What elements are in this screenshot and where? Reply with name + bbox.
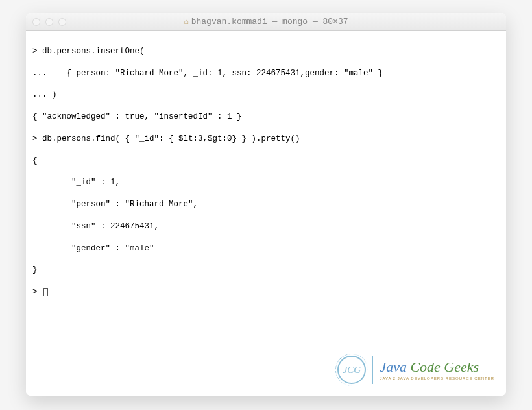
terminal-line: > db.persons.insertOne( — [32, 46, 500, 57]
watermark-logo: JCG Java Code Geeks JAVA 2 JAVA DEVELOPE… — [337, 356, 494, 384]
window-titlebar[interactable]: ⌂ bhagvan.kommadi — mongo — 80×37 — [26, 13, 506, 31]
terminal-line: "_id" : 1, — [32, 177, 500, 188]
terminal-prompt: > — [32, 287, 42, 296]
zoom-icon[interactable] — [58, 18, 66, 26]
jcg-badge-icon: JCG — [337, 356, 366, 384]
terminal-line: "gender" : "male" — [32, 243, 500, 254]
terminal-window: ⌂ bhagvan.kommadi — mongo — 80×37 > db.p… — [26, 13, 506, 396]
watermark-tagline: JAVA 2 JAVA DEVELOPERS RESOURCE CENTER — [380, 376, 494, 380]
terminal-line: ... ) — [32, 90, 500, 101]
terminal-line: { "acknowledged" : true, "insertedId" : … — [32, 112, 500, 123]
traffic-lights — [32, 18, 66, 26]
brand-rest: Code Geeks — [410, 359, 479, 375]
watermark-divider — [372, 356, 373, 384]
cursor-icon — [43, 288, 48, 296]
terminal-line: "person" : "Richard More", — [32, 199, 500, 210]
minimize-icon[interactable] — [45, 18, 53, 26]
terminal-line: "ssn" : 224675431, — [32, 221, 500, 232]
window-title: ⌂ bhagvan.kommadi — mongo — 80×37 — [26, 17, 506, 27]
watermark-text: Java Code Geeks JAVA 2 JAVA DEVELOPERS R… — [380, 360, 494, 380]
terminal-line: > db.persons.find( { "_id": { $lt:3,$gt:… — [32, 134, 500, 145]
terminal-line: ... { person: "Richard More", _id: 1, ss… — [32, 68, 500, 79]
window-title-text: bhagvan.kommadi — mongo — 80×37 — [191, 17, 348, 27]
terminal-content[interactable]: > db.persons.insertOne( ... { person: "R… — [26, 31, 506, 396]
close-icon[interactable] — [32, 18, 40, 26]
home-icon: ⌂ — [184, 18, 188, 27]
badge-text: JCG — [343, 365, 361, 376]
terminal-line: { — [32, 156, 500, 167]
terminal-line: } — [32, 265, 500, 276]
terminal-prompt-line: > — [32, 287, 500, 298]
brand-java: Java — [380, 359, 410, 375]
watermark-brand: Java Code Geeks — [380, 360, 494, 374]
